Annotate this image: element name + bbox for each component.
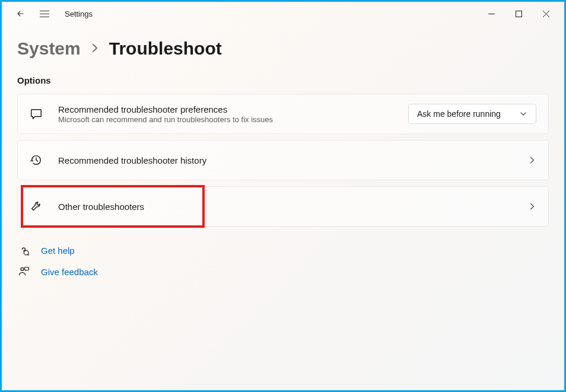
card-action: [528, 156, 536, 164]
card-history[interactable]: Recommended troubleshooter history: [17, 140, 549, 180]
breadcrumb-current: Troubleshoot: [109, 39, 222, 59]
chevron-right-icon: [528, 156, 536, 164]
title-bar: Settings: [2, 2, 564, 26]
link-text: Give feedback: [41, 267, 98, 277]
back-arrow-icon: [16, 9, 26, 18]
minimize-icon: [488, 11, 495, 17]
card-title: Recommended troubleshooter history: [58, 155, 528, 165]
give-feedback-link[interactable]: Give feedback: [17, 266, 549, 278]
window-controls: [478, 5, 559, 23]
svg-point-6: [21, 267, 24, 270]
highlighted-item: Other troubleshooters: [17, 186, 549, 227]
content-area: System Troubleshoot Options Recommended …: [2, 26, 564, 278]
chevron-right-icon: [91, 41, 98, 56]
title-bar-left: Settings: [7, 8, 93, 20]
card-title: Other troubleshooters: [58, 202, 528, 212]
get-help-link[interactable]: Get help: [17, 244, 549, 256]
chevron-down-icon: [519, 110, 527, 118]
section-label: Options: [17, 75, 549, 85]
app-title: Settings: [65, 9, 93, 18]
breadcrumb: System Troubleshoot: [17, 39, 549, 59]
close-icon: [543, 11, 549, 17]
card-action: [528, 202, 536, 211]
svg-rect-7: [25, 267, 29, 270]
menu-button[interactable]: [40, 8, 52, 20]
card-recommended-preferences: Recommended troubleshooter preferences M…: [17, 94, 549, 134]
card-subtitle: Microsoft can recommend and run troubles…: [58, 115, 408, 124]
card-body: Other troubleshooters: [58, 202, 528, 212]
dropdown-value: Ask me before running: [417, 109, 501, 119]
maximize-button[interactable]: [505, 5, 532, 23]
card-other-troubleshooters[interactable]: Other troubleshooters: [17, 186, 549, 227]
help-icon: [17, 244, 30, 256]
svg-rect-1: [516, 11, 522, 17]
minimize-button[interactable]: [478, 5, 505, 23]
back-button[interactable]: [15, 8, 27, 20]
hamburger-icon: [40, 11, 49, 11]
card-title: Recommended troubleshooter preferences: [58, 104, 408, 114]
close-button[interactable]: [532, 5, 559, 23]
maximize-icon: [516, 11, 522, 17]
card-body: Recommended troubleshooter history: [58, 155, 528, 165]
wrench-icon: [30, 200, 52, 213]
breadcrumb-parent[interactable]: System: [17, 39, 81, 59]
feedback-icon: [17, 266, 30, 278]
card-body: Recommended troubleshooter preferences M…: [58, 104, 408, 124]
footer-links: Get help Give feedback: [17, 244, 549, 278]
preferences-dropdown[interactable]: Ask me before running: [408, 104, 536, 124]
card-action: Ask me before running: [408, 104, 536, 124]
history-icon: [30, 154, 52, 167]
speech-bubble-icon: [30, 107, 52, 120]
link-text: Get help: [41, 246, 75, 256]
chevron-right-icon: [528, 202, 536, 211]
